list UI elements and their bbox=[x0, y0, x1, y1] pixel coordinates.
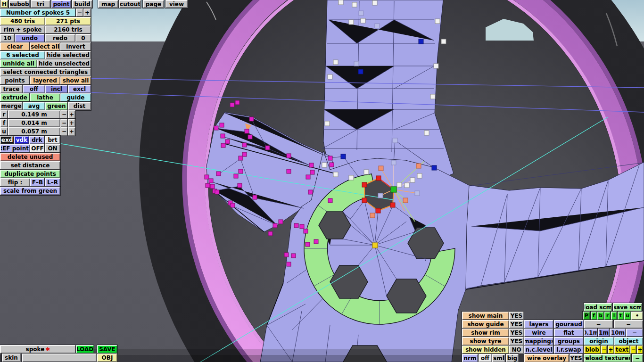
show-tyre-toggle[interactable]: show tyre bbox=[462, 337, 509, 346]
load-scm-button[interactable]: load scm bbox=[584, 303, 612, 312]
duplicate-points-button[interactable]: duplicate points bbox=[0, 170, 60, 178]
show-tyre-value[interactable]: YES bbox=[509, 337, 524, 346]
mappings-button[interactable]: mappings bbox=[524, 337, 553, 346]
set-distance-button[interactable]: set distance bbox=[0, 161, 60, 170]
points-mode-button[interactable]: points bbox=[0, 76, 30, 85]
wire-button[interactable]: wire bbox=[524, 329, 553, 337]
show-main-toggle[interactable]: show main bbox=[462, 312, 509, 320]
guide-button[interactable]: guide bbox=[60, 93, 91, 102]
menu-subob[interactable]: subob bbox=[9, 0, 30, 8]
grid-01m-button[interactable]: 0.1m bbox=[584, 329, 598, 337]
menu-build[interactable]: build bbox=[72, 0, 92, 8]
point-active-green[interactable] bbox=[391, 187, 396, 192]
trace-button[interactable]: trace bbox=[0, 85, 23, 93]
avg-button[interactable]: avg bbox=[23, 102, 45, 110]
hide-selected-button[interactable]: hide selected bbox=[45, 51, 91, 59]
undo-button[interactable]: undo bbox=[15, 34, 45, 42]
grid-dash-button[interactable]: − bbox=[626, 329, 643, 337]
reload-textures-button[interactable]: reload textures bbox=[584, 354, 631, 362]
green-button[interactable]: green bbox=[45, 102, 68, 110]
show-main-value[interactable]: YES bbox=[509, 312, 524, 320]
filename-field[interactable]: spoke✱ bbox=[0, 345, 76, 354]
text-plus-button[interactable]: + bbox=[637, 346, 643, 354]
text-button[interactable]: text bbox=[614, 346, 630, 354]
lathe-button[interactable]: lathe bbox=[30, 93, 60, 102]
flip-lr-button[interactable]: L–R bbox=[45, 178, 60, 187]
scale-from-green-button[interactable]: scale from green bbox=[0, 187, 60, 195]
select-all-button[interactable]: select all bbox=[30, 42, 60, 51]
r-value-field[interactable]: 0.149 m bbox=[8, 110, 60, 119]
exd-button[interactable]: exd bbox=[0, 136, 14, 144]
wire-overlay-toggle[interactable]: wire overlay bbox=[524, 354, 569, 362]
axis-r-button[interactable]: r bbox=[604, 312, 611, 320]
select-connected-button[interactable]: select connected triangles bbox=[0, 68, 91, 76]
show-guide-value[interactable]: YES bbox=[509, 320, 524, 329]
ref-points-off-button[interactable]: OFF bbox=[30, 144, 45, 153]
r-plus-button[interactable]: + bbox=[68, 110, 75, 119]
blob-minus-button[interactable]: − bbox=[601, 346, 607, 354]
show-rim-toggle[interactable]: show rim bbox=[462, 329, 509, 337]
menu-tri[interactable]: tri bbox=[31, 0, 50, 8]
axis-dot-button[interactable]: • bbox=[631, 312, 643, 320]
blob-plus-button[interactable]: + bbox=[608, 346, 614, 354]
origin-button[interactable]: origin bbox=[584, 337, 614, 346]
object-button[interactable]: object bbox=[614, 337, 643, 346]
axis-l-button[interactable]: l bbox=[611, 312, 617, 320]
grid-1m-button[interactable]: 1m bbox=[598, 329, 610, 337]
u-plus-button[interactable]: + bbox=[68, 127, 75, 136]
spokes-minus-button[interactable]: − bbox=[76, 8, 83, 17]
trace-incl-button[interactable]: incl bbox=[45, 85, 68, 93]
layered-button[interactable]: layered bbox=[30, 76, 60, 85]
load-button[interactable]: LOAD bbox=[76, 345, 94, 354]
redo-button[interactable]: redo bbox=[45, 34, 75, 42]
skin-field[interactable] bbox=[22, 354, 97, 362]
rim-spoke-button[interactable]: rim + spoke bbox=[0, 25, 45, 34]
axis-f-button[interactable]: f bbox=[591, 312, 597, 320]
drk-button[interactable]: drk bbox=[29, 136, 45, 144]
groups-button[interactable]: groups bbox=[554, 337, 584, 346]
menu-cutout[interactable]: cutout bbox=[119, 0, 141, 8]
show-all-button[interactable]: show all bbox=[60, 76, 91, 85]
r-minus-button[interactable]: − bbox=[60, 110, 68, 119]
delete-unused-button[interactable]: delete unused bbox=[0, 153, 60, 161]
brt-button[interactable]: brt bbox=[45, 136, 60, 144]
menu-point[interactable]: point bbox=[51, 0, 71, 8]
layers-button[interactable]: layers bbox=[524, 320, 553, 329]
dash-button-2[interactable]: − bbox=[614, 320, 643, 329]
save-scm-button[interactable]: save scm bbox=[613, 303, 642, 312]
viewport-3d[interactable] bbox=[0, 0, 644, 362]
point-yellow[interactable] bbox=[372, 243, 378, 248]
flat-button[interactable]: flat bbox=[554, 329, 584, 337]
clear-button[interactable]: clear bbox=[0, 42, 30, 51]
ref-points-label[interactable]: REF points bbox=[0, 144, 30, 153]
skin-button[interactable]: skin bbox=[2, 354, 21, 362]
ref-points-on-button[interactable]: ON bbox=[45, 144, 60, 153]
wire-overlay-value[interactable]: YES bbox=[570, 354, 583, 362]
spokes-count[interactable]: Number of spokes 5 bbox=[0, 8, 76, 17]
axis-b-button[interactable]: b bbox=[597, 312, 604, 320]
text-minus-button[interactable]: − bbox=[630, 346, 636, 354]
reload-dash-button[interactable]: − bbox=[632, 354, 643, 362]
dist-button[interactable]: dist bbox=[68, 102, 91, 110]
show-hidden-toggle[interactable]: show hidden bbox=[462, 346, 509, 354]
dash-button-1[interactable]: − bbox=[584, 320, 613, 329]
nc-level-button[interactable]: n.c.level bbox=[524, 346, 553, 354]
nrm-off-button[interactable]: off bbox=[479, 354, 492, 362]
f-minus-button[interactable]: − bbox=[60, 119, 68, 127]
invert-button[interactable]: invert bbox=[60, 42, 91, 51]
show-hidden-value[interactable]: NO bbox=[509, 346, 524, 354]
grid-10m-button[interactable]: 10m bbox=[610, 329, 626, 337]
save-button[interactable]: SAVE bbox=[97, 345, 117, 354]
vdk-button[interactable]: vdk bbox=[14, 136, 29, 144]
axis-t-button[interactable]: t bbox=[618, 312, 624, 320]
hide-unselected-button[interactable]: hide unselected bbox=[37, 59, 91, 68]
show-rim-value[interactable]: YES bbox=[509, 329, 524, 337]
spokes-plus-button[interactable]: + bbox=[83, 8, 91, 17]
axis-p-button[interactable]: P bbox=[583, 312, 590, 320]
flip-fb-button[interactable]: F–B bbox=[30, 178, 45, 187]
menu-page[interactable]: page bbox=[143, 0, 164, 8]
show-guide-toggle[interactable]: show guide bbox=[462, 320, 509, 329]
nrm-sml-button[interactable]: sml bbox=[492, 354, 505, 362]
obj-button[interactable]: OBJ bbox=[97, 354, 117, 362]
blob-button[interactable]: blob bbox=[584, 346, 601, 354]
